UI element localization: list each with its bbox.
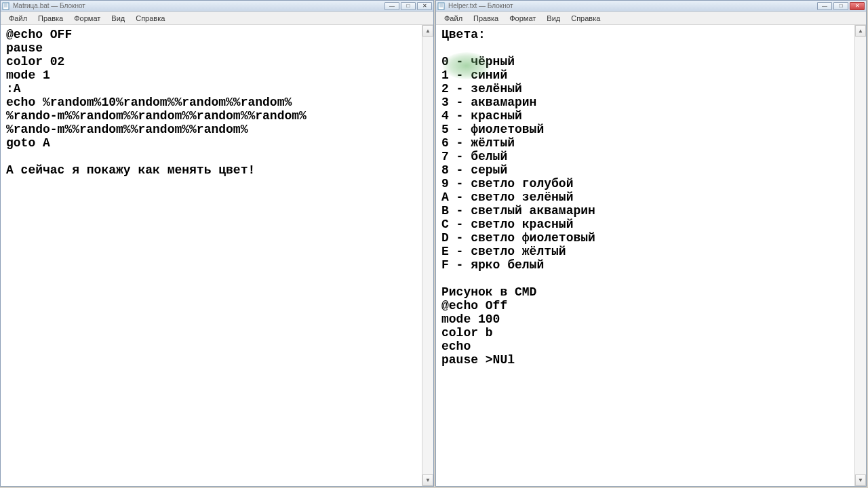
menu-edit[interactable]: Правка [33,13,68,24]
scrollbar-left[interactable]: ▲ ▼ [422,25,433,486]
editor-wrap-right: Цвета: 0 - чёрный 1 - синий 2 - зелёный … [436,25,866,486]
menu-file[interactable]: Файл [439,13,468,24]
minimize-button[interactable]: — [817,2,832,10]
window-title-right: Helper.txt — Блокнот [448,2,817,9]
menu-view[interactable]: Вид [106,13,130,24]
scroll-track[interactable] [855,37,866,474]
window-title-left: Matrица.bat — Блокнот [13,2,384,9]
svg-rect-0 [3,3,9,9]
scroll-down-icon[interactable]: ▼ [855,474,866,486]
titlebar-left[interactable]: Matrица.bat — Блокнот — □ ✕ [1,1,433,12]
scroll-up-icon[interactable]: ▲ [422,25,433,37]
editor-wrap-left: @echo OFF pause color 02 mode 1 :A echo … [1,25,433,486]
menu-edit[interactable]: Правка [468,13,504,24]
window-controls-left: — □ ✕ [384,2,432,10]
minimize-button[interactable]: — [384,2,399,10]
menu-format[interactable]: Формат [68,13,106,24]
notepad-icon [437,2,446,10]
scroll-up-icon[interactable]: ▲ [855,25,866,37]
menu-help[interactable]: Справка [566,13,606,24]
notepad-window-left: Matrица.bat — Блокнот — □ ✕ Файл Правка … [0,0,434,487]
editor-left[interactable]: @echo OFF pause color 02 mode 1 :A echo … [1,25,422,486]
titlebar-right[interactable]: Helper.txt — Блокнот — □ ✕ [436,1,866,12]
svg-rect-4 [438,3,444,9]
close-button[interactable]: ✕ [850,2,865,10]
menu-file[interactable]: Файл [3,13,33,24]
notepad-icon [2,2,10,10]
scroll-down-icon[interactable]: ▼ [422,474,433,486]
menu-view[interactable]: Вид [541,13,566,24]
menu-help[interactable]: Справка [130,13,170,24]
menubar-left: Файл Правка Формат Вид Справка [1,12,433,25]
maximize-button[interactable]: □ [401,2,416,10]
editor-right[interactable]: Цвета: 0 - чёрный 1 - синий 2 - зелёный … [436,25,854,486]
cursor-highlight [443,52,490,79]
menubar-right: Файл Правка Формат Вид Справка [436,12,866,25]
scroll-track[interactable] [422,37,433,474]
window-controls-right: — □ ✕ [817,2,865,10]
maximize-button[interactable]: □ [833,2,848,10]
scrollbar-right[interactable]: ▲ ▼ [854,25,866,486]
notepad-window-right: Helper.txt — Блокнот — □ ✕ Файл Правка Ф… [435,0,867,487]
menu-format[interactable]: Формат [504,13,541,24]
close-button[interactable]: ✕ [417,2,432,10]
